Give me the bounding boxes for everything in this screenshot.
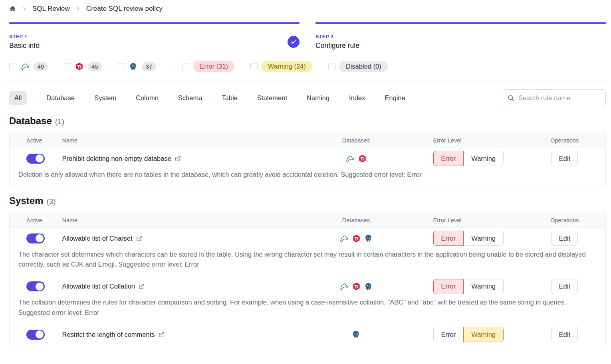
- search-box[interactable]: [503, 89, 606, 106]
- checkbox[interactable]: [9, 63, 16, 70]
- active-toggle[interactable]: [26, 154, 45, 164]
- rule-description: The collation determines the rules for c…: [10, 297, 606, 324]
- error-level-error-button[interactable]: Error: [433, 327, 464, 342]
- tab-engine[interactable]: Engine: [385, 94, 405, 102]
- step-1-name: Basic info: [9, 42, 40, 50]
- tabs-row: AllDatabaseSystemColumnSchemaTableStatem…: [9, 89, 606, 106]
- step-2-progress-bar: [315, 22, 606, 24]
- external-link-icon[interactable]: [139, 283, 145, 289]
- checkbox[interactable]: [64, 63, 71, 70]
- column-header-error-level: Error Level: [386, 133, 524, 148]
- error-level-warning-button[interactable]: Warning: [463, 151, 504, 166]
- rule-row: Allowable list of CharsetErrorWarningEdi…: [10, 228, 606, 249]
- table-header-row: ActiveNameDatabasesError LevelOperations: [10, 213, 606, 228]
- step-1-label: STEP 1: [9, 34, 40, 40]
- rule-engine-icons: [352, 330, 361, 339]
- postgres-icon: [129, 62, 138, 71]
- postgres-icon: [364, 282, 373, 291]
- rule-description: Deletion is only allowed when there are …: [10, 169, 606, 186]
- step-indicator: STEP 1 Basic info STEP 2 Configure rule: [9, 22, 606, 51]
- checkbox[interactable]: [182, 63, 189, 70]
- external-link-icon[interactable]: [136, 235, 142, 241]
- column-header-active: Active: [10, 213, 61, 228]
- section-count: (1): [55, 117, 64, 126]
- step-1-progress-bar: [9, 22, 300, 24]
- checkbox[interactable]: [250, 63, 258, 70]
- section-heading: Database(1): [9, 115, 606, 127]
- rule-row: Restrict the length of commentsErrorWarn…: [10, 324, 606, 345]
- mysql-icon: [339, 234, 349, 243]
- tidb-icon: [358, 154, 367, 163]
- section-count: (3): [46, 197, 56, 206]
- error-level-group: ErrorWarning: [433, 279, 504, 294]
- tab-table[interactable]: Table: [222, 94, 237, 102]
- error-level-group: ErrorWarning: [433, 151, 504, 166]
- rule-engine-icons: [339, 282, 373, 291]
- edit-button[interactable]: Edit: [551, 327, 578, 342]
- category-tabs: AllDatabaseSystemColumnSchemaTableStatem…: [9, 91, 405, 105]
- error-level-error-button[interactable]: Error: [433, 151, 464, 166]
- rule-name: Prohibit deleting non-empty database: [62, 155, 171, 162]
- section-heading: System(3): [9, 195, 606, 206]
- rule-name: Allowable list of Charset: [62, 235, 133, 242]
- mysql-icon: [20, 62, 30, 71]
- tab-index[interactable]: Index: [349, 94, 365, 102]
- rule-name: Restrict the length of comments: [62, 331, 155, 338]
- level-filter-pill: Disabled (0): [339, 61, 388, 72]
- tab-statement[interactable]: Statement: [257, 94, 287, 102]
- tab-column[interactable]: Column: [136, 94, 159, 102]
- active-toggle[interactable]: [26, 330, 45, 340]
- error-level-error-button[interactable]: Error: [433, 279, 464, 294]
- tab-database[interactable]: Database: [46, 94, 75, 102]
- engine-count-badge: 49: [34, 62, 48, 71]
- rule-engine-icons: [345, 154, 367, 163]
- rule-name: Allowable list of Collation: [62, 283, 135, 290]
- create-sql-review-policy-page: SQL Review Create SQL review policy STEP…: [0, 0, 611, 345]
- error-level-warning-button[interactable]: Warning: [463, 327, 504, 342]
- error-level-warning-button[interactable]: Warning: [463, 279, 504, 294]
- error-level-warning-button[interactable]: Warning: [463, 231, 504, 246]
- breadcrumb-sql-review[interactable]: SQL Review: [32, 5, 70, 13]
- filter-bar: 494537Error (31)Warning (24)Disabled (0): [9, 61, 606, 72]
- rule: Allowable list of CollationErrorWarningE…: [10, 276, 606, 324]
- rule-description-row: The collation determines the rules for c…: [10, 297, 606, 324]
- level-filter-error[interactable]: Error (31): [182, 61, 234, 72]
- rule: Allowable list of CharsetErrorWarningEdi…: [10, 228, 606, 276]
- search-rule-input[interactable]: [503, 89, 606, 106]
- tab-naming[interactable]: Naming: [307, 94, 329, 102]
- active-toggle[interactable]: [26, 233, 45, 243]
- level-filter-warning[interactable]: Warning (24): [250, 61, 312, 72]
- level-filter-disabled[interactable]: Disabled (0): [328, 61, 388, 72]
- rule-sections: Database(1)ActiveNameDatabasesError Leve…: [9, 115, 606, 345]
- tab-schema[interactable]: Schema: [178, 94, 202, 102]
- engine-filter-mysql[interactable]: 49: [9, 62, 48, 71]
- active-toggle[interactable]: [26, 281, 45, 291]
- tab-all[interactable]: All: [9, 91, 27, 105]
- table-header-row: ActiveNameDatabasesError LevelOperations: [10, 133, 606, 148]
- tidb-icon: [75, 62, 83, 71]
- error-level-error-button[interactable]: Error: [433, 231, 464, 246]
- column-header-name: Name: [61, 133, 326, 148]
- mysql-icon: [345, 154, 355, 163]
- external-link-icon[interactable]: [159, 332, 165, 338]
- home-icon[interactable]: [9, 5, 16, 12]
- edit-button[interactable]: Edit: [551, 279, 578, 294]
- tab-system[interactable]: System: [94, 94, 116, 102]
- checkbox[interactable]: [328, 63, 335, 70]
- column-header-operations: Operations: [524, 213, 606, 228]
- external-link-icon[interactable]: [175, 156, 181, 162]
- edit-button[interactable]: Edit: [551, 151, 578, 166]
- column-header-error-level: Error Level: [386, 213, 524, 228]
- checkbox[interactable]: [118, 63, 125, 70]
- column-header-databases: Databases: [326, 133, 386, 148]
- postgres-icon: [352, 330, 361, 339]
- rule-engine-icons: [339, 234, 373, 243]
- engine-filter-tidb[interactable]: 45: [64, 62, 102, 71]
- edit-button[interactable]: Edit: [551, 231, 578, 246]
- rule-row: Allowable list of CollationErrorWarningE…: [10, 276, 606, 297]
- engine-filter-postgres[interactable]: 37: [118, 62, 156, 71]
- chevron-right-icon: [76, 6, 80, 11]
- error-level-group: ErrorWarning: [433, 327, 504, 342]
- column-header-operations: Operations: [524, 133, 606, 148]
- step-2: STEP 2 Configure rule: [315, 22, 606, 51]
